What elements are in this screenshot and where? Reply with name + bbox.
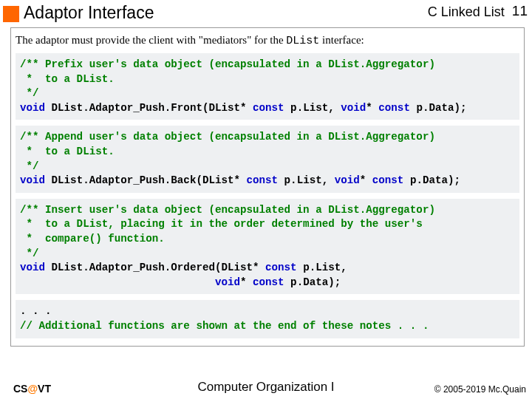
content-frame: The adaptor must provide the client with… xyxy=(10,27,525,347)
keyword: void xyxy=(20,102,45,114)
comment-line: // Additional functions are shown at the… xyxy=(20,320,429,332)
code-block-pushback: /** Append user's data object (encapsula… xyxy=(16,126,519,192)
code-text: p.Data); xyxy=(403,174,460,186)
code-text: DList.Adaptor_Push.Front(DList* xyxy=(45,102,253,114)
code-block-pushfront: /** Prefix user's data object (encapsula… xyxy=(16,53,519,120)
code-text: p.Data); xyxy=(284,276,341,288)
code-text: DList.Adaptor_Push.Back(DList* xyxy=(45,174,246,186)
slide-footer: CS@VT Computer Organization I © 2005-201… xyxy=(0,383,532,395)
footer-left: CS@VT xyxy=(13,383,51,395)
intro-suffix: interface: xyxy=(319,34,364,46)
comment-line: */ xyxy=(20,87,39,99)
code-text: p.List, xyxy=(284,102,341,114)
accent-square-icon xyxy=(3,6,19,22)
keyword: void xyxy=(341,102,366,114)
footer-copyright: © 2005-2019 Mc.Quain xyxy=(434,384,526,395)
comment-line: * to a DList. xyxy=(20,73,115,85)
code-text: * xyxy=(240,276,253,288)
slide-topic: C Linked List xyxy=(428,4,505,20)
intro-prefix: The adaptor must provide the client with… xyxy=(16,34,286,46)
keyword: void xyxy=(335,174,360,186)
comment-line: */ xyxy=(20,248,39,259)
keyword: const xyxy=(253,102,284,114)
code-text: * xyxy=(366,102,378,114)
comment-line: /** Prefix user's data object (encapsula… xyxy=(20,58,435,70)
comment-line: * to a DList. xyxy=(20,146,115,157)
footer-at: @ xyxy=(27,383,38,395)
slide-title: Adaptor Interface xyxy=(24,3,154,23)
keyword: void xyxy=(20,262,45,273)
keyword: const xyxy=(247,174,279,186)
keyword: const xyxy=(378,102,410,114)
comment-line: /** Insert user's data object (encapsula… xyxy=(20,204,435,216)
slide-number: 11 xyxy=(512,3,528,19)
code-text: DList.Adaptor_Push.Ordered(DList* xyxy=(45,262,265,273)
code-text: p.List, xyxy=(278,174,335,186)
code-text: p.List, xyxy=(297,262,347,273)
keyword: void xyxy=(20,174,45,186)
comment-line: */ xyxy=(20,160,39,172)
keyword: const xyxy=(372,174,404,186)
keyword: const xyxy=(253,276,284,288)
footer-cs: CS xyxy=(13,383,27,395)
header-right: C Linked List 11 xyxy=(428,3,528,20)
footer-center: Computer Organization I xyxy=(197,380,334,395)
comment-line: * to a DList, placing it in the order de… xyxy=(20,218,423,230)
footer-vt: VT xyxy=(38,383,51,395)
keyword: const xyxy=(265,262,297,273)
slide-header: Adaptor Interface C Linked List 11 xyxy=(0,0,532,27)
code-text: . . . xyxy=(20,305,52,317)
comment-line: * compare() function. xyxy=(20,233,165,245)
code-block-pushordered: /** Insert user's data object (encapsula… xyxy=(16,199,519,295)
code-text: p.Data); xyxy=(410,102,467,114)
code-text: * xyxy=(360,174,372,186)
code-block-ellipsis: . . . // Additional functions are shown … xyxy=(16,300,519,338)
comment-line: /** Append user's data object (encapsula… xyxy=(20,131,435,143)
intro-text: The adaptor must provide the client with… xyxy=(16,34,519,47)
code-pad xyxy=(20,276,215,288)
keyword: void xyxy=(215,276,240,288)
header-left: Adaptor Interface xyxy=(3,3,154,23)
intro-code: DList xyxy=(286,35,319,47)
